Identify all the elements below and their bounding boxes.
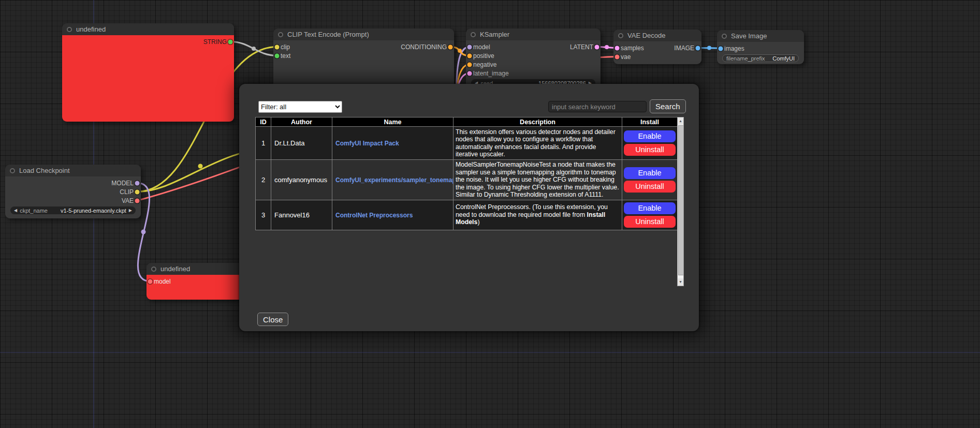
link-midpoint-dot bbox=[252, 47, 256, 51]
column-header-install: Install bbox=[622, 117, 678, 127]
link-midpoint-dot bbox=[707, 46, 711, 50]
clip-input-port[interactable] bbox=[275, 45, 280, 49]
node-body: images filename_prefix ComfyUI bbox=[717, 42, 804, 64]
extension-table-container: ID Author Name Description Install 1 Dr.… bbox=[255, 117, 684, 286]
extension-table: ID Author Name Description Install 1 Dr.… bbox=[255, 117, 678, 230]
widget-value: ComfyUI bbox=[772, 55, 795, 62]
extension-row: 1 Dr.Lt.Data ComfyUI Impact Pack This ex… bbox=[256, 127, 678, 160]
vae-input-port[interactable] bbox=[615, 54, 620, 59]
enable-button[interactable]: Enable bbox=[624, 130, 676, 142]
uninstall-button[interactable]: Uninstall bbox=[624, 144, 676, 156]
model-input-port[interactable] bbox=[467, 45, 472, 49]
model-input-port[interactable] bbox=[148, 279, 153, 284]
output-label: IMAGE bbox=[674, 45, 694, 52]
uninstall-button[interactable]: Uninstall bbox=[624, 181, 676, 193]
ext-description: This extension offers various detector n… bbox=[454, 127, 622, 160]
output-label: STRING bbox=[203, 38, 227, 46]
input-label: latent_image bbox=[473, 70, 509, 77]
ext-description: ModelSamplerTonemapNoiseTest a node that… bbox=[454, 160, 622, 200]
table-scrollbar[interactable]: ▲ ▼ bbox=[677, 117, 684, 286]
ext-id: 2 bbox=[256, 160, 271, 200]
node-title: Load Checkpoint bbox=[19, 167, 70, 174]
text-input-port[interactable] bbox=[275, 53, 280, 58]
widget-label: filename_prefix bbox=[726, 55, 765, 62]
latent-image-input-port[interactable] bbox=[467, 71, 472, 76]
vae-output-port[interactable] bbox=[135, 198, 140, 203]
link-midpoint-dot bbox=[198, 164, 203, 169]
enable-button[interactable]: Enable bbox=[624, 167, 676, 179]
ext-description: ControlNet Preprocessors. (To use this e… bbox=[454, 200, 622, 230]
uninstall-button[interactable]: Uninstall bbox=[624, 216, 676, 228]
scroll-down-icon[interactable]: ▼ bbox=[678, 278, 683, 286]
input-label: model bbox=[473, 43, 490, 51]
extension-row: 2 comfyanonymous ComfyUI_experiments/sam… bbox=[256, 160, 678, 200]
node-title-bar[interactable]: CLIP Text Encode (Prompt) bbox=[273, 28, 454, 40]
node-collapse-dot[interactable] bbox=[722, 34, 727, 39]
close-button[interactable]: Close bbox=[257, 313, 288, 326]
next-icon[interactable]: ▶ bbox=[129, 209, 132, 213]
column-header-name: Name bbox=[332, 117, 454, 127]
node-vae-decode[interactable]: VAE Decode samples IMAGE vae bbox=[613, 29, 701, 64]
image-output-port[interactable] bbox=[696, 46, 700, 50]
input-label: vae bbox=[621, 53, 631, 61]
scroll-up-icon[interactable]: ▲ bbox=[678, 117, 683, 125]
column-header-description: Description bbox=[454, 117, 622, 127]
node-undefined-top[interactable]: undefined STRING bbox=[62, 23, 234, 122]
ext-link[interactable]: ComfyUI_experiments/sampler_tonemap bbox=[335, 176, 454, 184]
search-button[interactable]: Search bbox=[650, 99, 686, 113]
input-label: text bbox=[281, 52, 290, 60]
filter-select[interactable]: Filter: all bbox=[258, 101, 342, 113]
node-title-bar[interactable]: VAE Decode bbox=[613, 29, 701, 41]
ext-link[interactable]: ControlNet Preprocessors bbox=[335, 212, 413, 219]
node-title-bar[interactable]: undefined bbox=[62, 23, 234, 35]
node-title-bar[interactable]: Load Checkpoint bbox=[5, 165, 141, 176]
enable-button[interactable]: Enable bbox=[624, 202, 676, 214]
ext-link[interactable]: ComfyUI Impact Pack bbox=[335, 140, 399, 147]
node-title-bar[interactable]: Save Image bbox=[717, 30, 804, 42]
scrollbar-thumb[interactable] bbox=[678, 125, 684, 275]
comfyui-canvas[interactable]: undefined STRING CLIP Text Encode (Promp… bbox=[0, 0, 980, 428]
node-collapse-dot[interactable] bbox=[618, 33, 623, 38]
input-label: samples bbox=[621, 45, 644, 52]
string-output-port[interactable] bbox=[228, 39, 233, 44]
widget-value: v1-5-pruned-emaonly.ckpt bbox=[61, 208, 126, 214]
latent-output-port[interactable] bbox=[595, 45, 599, 49]
model-output-port[interactable] bbox=[135, 181, 140, 185]
node-title-bar[interactable]: KSampler bbox=[466, 28, 601, 40]
link-midpoint-dot bbox=[605, 45, 609, 49]
node-collapse-dot[interactable] bbox=[151, 267, 156, 272]
input-label: negative bbox=[473, 61, 496, 68]
output-label: VAE bbox=[122, 197, 134, 204]
filename-prefix-widget[interactable]: filename_prefix ComfyUI bbox=[722, 54, 799, 62]
input-label: images bbox=[724, 45, 744, 52]
ext-author: Dr.Lt.Data bbox=[271, 127, 332, 160]
conditioning-output-port[interactable] bbox=[448, 45, 453, 49]
node-title: undefined bbox=[160, 265, 190, 273]
clip-output-port[interactable] bbox=[135, 189, 140, 194]
node-collapse-dot[interactable] bbox=[471, 32, 476, 37]
node-load-checkpoint[interactable]: Load Checkpoint MODEL CLIP VAE ◀ ckpt_na… bbox=[5, 165, 141, 218]
negative-input-port[interactable] bbox=[467, 62, 472, 67]
node-title: undefined bbox=[76, 25, 106, 33]
link-midpoint-dot bbox=[458, 49, 462, 53]
images-input-port[interactable] bbox=[719, 46, 723, 51]
node-title: Save Image bbox=[731, 32, 767, 40]
output-label: CONDITIONING bbox=[401, 43, 447, 51]
node-save-image[interactable]: Save Image images filename_prefix ComfyU… bbox=[717, 30, 804, 64]
ckpt-name-widget[interactable]: ◀ ckpt_name v1-5-pruned-emaonly.ckpt ▶ bbox=[10, 206, 136, 214]
node-collapse-dot[interactable] bbox=[67, 27, 72, 32]
node-body: samples IMAGE vae bbox=[613, 41, 701, 64]
ext-author: comfyanonymous bbox=[271, 160, 332, 200]
search-input[interactable] bbox=[548, 101, 647, 112]
positive-input-port[interactable] bbox=[467, 53, 472, 58]
samples-input-port[interactable] bbox=[615, 46, 620, 50]
input-label: clip bbox=[281, 43, 290, 51]
previous-icon[interactable]: ◀ bbox=[14, 209, 17, 213]
input-label: positive bbox=[473, 52, 494, 60]
column-header-id: ID bbox=[256, 117, 271, 127]
node-collapse-dot[interactable] bbox=[278, 32, 283, 37]
ext-author: Fannovel16 bbox=[271, 200, 332, 230]
node-collapse-dot[interactable] bbox=[10, 168, 15, 173]
column-header-author: Author bbox=[271, 117, 332, 127]
node-body: STRING bbox=[62, 35, 234, 122]
